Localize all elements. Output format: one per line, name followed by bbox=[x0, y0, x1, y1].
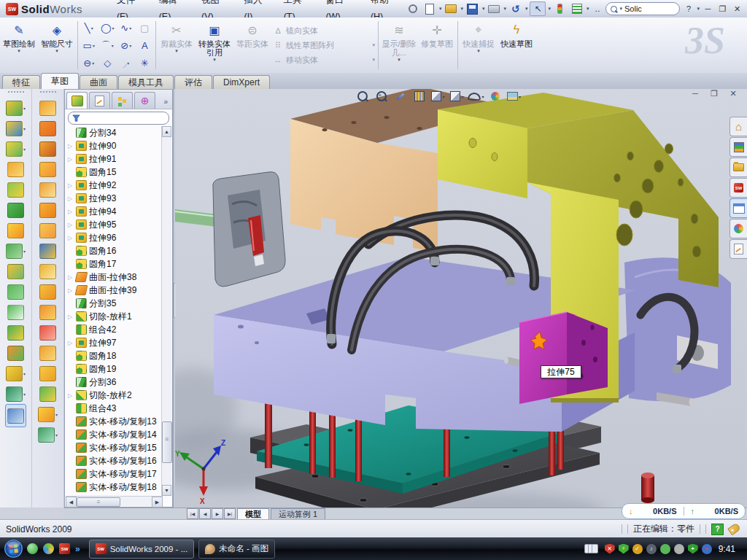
dropdown-arrow[interactable]: ▾ bbox=[92, 61, 94, 66]
task-button-1[interactable]: 未命名 - 画图 bbox=[198, 540, 275, 559]
modeltab-nav-1[interactable]: ◀ bbox=[199, 508, 211, 519]
dropdown-arrow[interactable]: ▾ bbox=[461, 94, 463, 99]
sketch-tool-rectangle[interactable]: ▭▾ bbox=[80, 38, 98, 53]
tree-item[interactable]: ▷拉伸97 bbox=[66, 336, 163, 349]
surfaces-swept-surface[interactable] bbox=[39, 139, 56, 159]
tree-item[interactable]: ▷拉伸92 bbox=[66, 179, 163, 192]
3d-model-scene[interactable]: Y Z X bbox=[175, 89, 747, 508]
expand-arrow[interactable]: ▷ bbox=[66, 195, 74, 202]
minimize-button[interactable]: ─ bbox=[702, 4, 714, 13]
tree-item[interactable]: 圆角18 bbox=[66, 349, 163, 362]
hud-edit-appearance[interactable] bbox=[487, 89, 503, 104]
dropdown-arrow[interactable]: ▾ bbox=[112, 26, 115, 31]
dropdown-arrow[interactable]: ▾ bbox=[23, 392, 26, 397]
select-tool-button[interactable]: ↖ bbox=[530, 1, 546, 16]
expand-arrow[interactable]: ▷ bbox=[66, 340, 74, 346]
convert-entities-button[interactable]: ▣ 转换实体引用 ▾ bbox=[196, 18, 233, 73]
sketch-tool-slot[interactable]: ⊖▾ bbox=[80, 55, 98, 71]
surfaces-flex[interactable] bbox=[39, 118, 56, 139]
surfaces-untrim-surface[interactable] bbox=[39, 363, 56, 384]
dropdown-arrow[interactable]: ▾ bbox=[442, 94, 444, 99]
scroll-thumb[interactable]: ≡ bbox=[77, 497, 120, 507]
tree-item[interactable]: 实体-移动/复制15 bbox=[66, 441, 163, 454]
ribbon-tab-3[interactable]: 模具工具 bbox=[118, 75, 174, 89]
expand-arrow[interactable]: ▷ bbox=[66, 235, 74, 241]
features-fillet[interactable]: ▾ bbox=[6, 139, 26, 159]
hud-section-view[interactable] bbox=[411, 89, 427, 104]
sketch-tool-point[interactable]: ✳ bbox=[136, 55, 155, 71]
sketch-tool-text[interactable]: A bbox=[136, 38, 155, 53]
wireless-warning-icon[interactable]: ⚠ bbox=[674, 544, 684, 554]
scroll-left-button[interactable]: ◀ bbox=[66, 497, 77, 508]
features-reference-geometry[interactable]: ▾ bbox=[6, 363, 26, 384]
tree-item[interactable]: 实体-移动/复制16 bbox=[66, 454, 163, 467]
surfaces-replace-face[interactable] bbox=[39, 343, 56, 363]
features-curve[interactable]: ▾ bbox=[6, 384, 26, 404]
toolbar-overflow[interactable]: ‥ bbox=[591, 4, 603, 14]
sketch-tool-line[interactable]: ╲▾ bbox=[80, 20, 98, 36]
sketch-button[interactable]: ✎ 草图绘制 ▾ bbox=[0, 18, 38, 73]
surfaces-freeform[interactable] bbox=[39, 384, 56, 404]
tree-item[interactable]: 分割34 bbox=[66, 126, 163, 139]
part-mold-block[interactable] bbox=[214, 257, 731, 432]
save-dropdown[interactable]: ▾ bbox=[482, 6, 485, 12]
features-chamfer[interactable] bbox=[7, 200, 24, 220]
tree-item[interactable]: 分割36 bbox=[66, 376, 163, 389]
dropdown-arrow[interactable]: ▾ bbox=[23, 147, 26, 152]
tree-item[interactable]: ▷切除-放样1 bbox=[66, 310, 163, 323]
features-lofted-boss[interactable] bbox=[7, 179, 24, 200]
help-button[interactable]: ? bbox=[682, 4, 694, 13]
dropdown-arrow[interactable]: ▾ bbox=[23, 249, 26, 254]
tree-item[interactable]: ▷拉伸94 bbox=[66, 205, 163, 218]
sketch-tool-spline[interactable]: ∿▾ bbox=[117, 20, 136, 36]
solidworks-quicklaunch-icon[interactable]: SW bbox=[59, 543, 70, 554]
dropdown-arrow[interactable]: ▾ bbox=[93, 43, 95, 48]
search-scope-dropdown[interactable]: ▾ bbox=[619, 6, 622, 12]
print-button[interactable] bbox=[487, 2, 501, 15]
tree-item[interactable]: ▷拉伸96 bbox=[66, 231, 163, 244]
tree-filter-input[interactable] bbox=[68, 112, 169, 125]
sketch-dropdown[interactable]: ▾ bbox=[18, 49, 20, 53]
surfaces-extend-surface[interactable] bbox=[39, 241, 56, 261]
antivirus-icon[interactable]: ✕ bbox=[605, 544, 615, 554]
expand-arrow[interactable]: ▷ bbox=[66, 222, 74, 228]
surfaces-delete-face[interactable] bbox=[39, 322, 56, 343]
tree-item[interactable]: 组合43 bbox=[66, 402, 163, 415]
modeltab-nav-0[interactable]: |◀ bbox=[187, 508, 198, 519]
help-dropdown[interactable]: ▾ bbox=[697, 6, 700, 12]
taskpane-solidworks-search[interactable]: SW bbox=[729, 178, 747, 198]
dropdown-arrow[interactable]: ▾ bbox=[55, 432, 58, 438]
features-swept-boss[interactable] bbox=[7, 159, 24, 179]
surfaces-trim-surface[interactable] bbox=[39, 302, 56, 322]
tree-item[interactable]: 圆角19 bbox=[66, 362, 163, 376]
keyboard-layout-icon[interactable] bbox=[584, 544, 598, 553]
part-clamp-insert[interactable] bbox=[175, 172, 285, 287]
pin-icon[interactable] bbox=[406, 2, 420, 15]
expand-arrow[interactable]: ▷ bbox=[66, 182, 74, 189]
dropdown-arrow[interactable]: ▾ bbox=[481, 94, 484, 99]
tree-vertical-scrollbar[interactable]: ▲ ▼ bbox=[161, 126, 171, 496]
dropdown-arrow[interactable]: ▾ bbox=[519, 94, 521, 99]
taskpane-view-palette[interactable] bbox=[729, 198, 747, 218]
doc-restore-button[interactable]: ❐ bbox=[708, 89, 721, 98]
license-badge-icon[interactable]: ✓ bbox=[632, 544, 643, 554]
print-dropdown[interactable]: ▾ bbox=[503, 6, 506, 12]
scroll-down-button[interactable]: ▼ bbox=[162, 485, 171, 496]
surfaces-curve-spline[interactable]: ▾ bbox=[38, 424, 58, 445]
features-mirror[interactable] bbox=[7, 261, 24, 281]
doc-minimize-button[interactable]: ─ bbox=[689, 89, 702, 98]
expand-arrow[interactable]: ▷ bbox=[66, 392, 74, 399]
tree-item[interactable]: 实体-移动/复制17 bbox=[66, 467, 163, 481]
surfaces-thicken[interactable] bbox=[39, 281, 56, 302]
ribbon-tab-5[interactable]: DimXpert bbox=[213, 75, 270, 89]
model-tab-1[interactable]: 运动算例 1 bbox=[271, 508, 325, 520]
options-dropdown[interactable]: ▾ bbox=[587, 6, 589, 12]
smart-dimension-button[interactable]: ◈ 智能尺寸 ▾ bbox=[38, 18, 76, 73]
taskbar-clock[interactable]: 9:41 bbox=[716, 544, 741, 554]
dropdown-arrow[interactable]: ▾ bbox=[129, 26, 131, 31]
save-button[interactable] bbox=[465, 2, 480, 15]
tree-item[interactable]: ▷拉伸95 bbox=[66, 218, 163, 231]
tab-feature-manager[interactable] bbox=[66, 92, 88, 109]
features-feature-wizard[interactable] bbox=[7, 220, 24, 241]
features-split[interactable] bbox=[7, 302, 24, 322]
